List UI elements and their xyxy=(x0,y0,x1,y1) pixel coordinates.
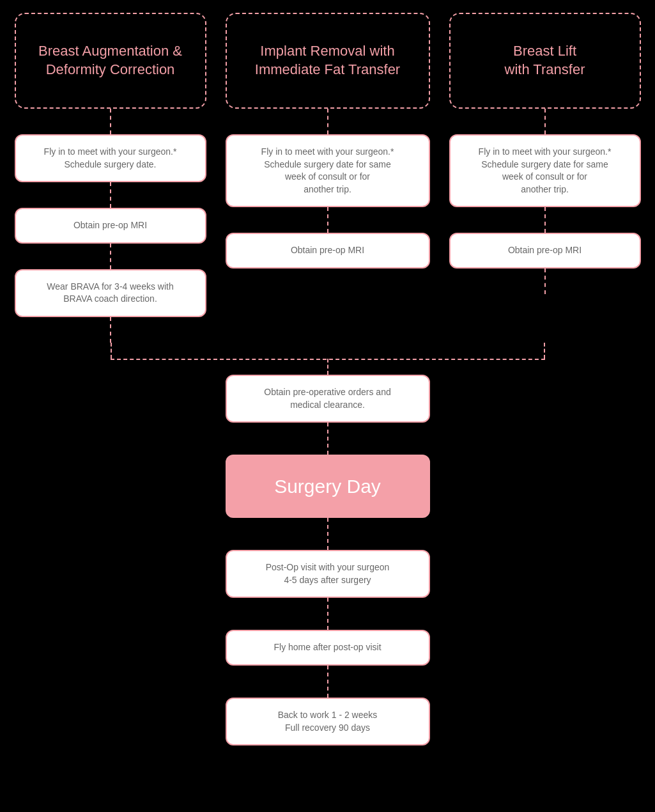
step-c3-2: Obtain pre-op MRI xyxy=(449,233,641,269)
step-c2-2: Obtain pre-op MRI xyxy=(226,233,430,269)
connector-c1-3 xyxy=(110,244,111,269)
connector-c1-4 xyxy=(110,317,111,343)
surgery-day-box: Surgery Day xyxy=(226,455,430,518)
surgery-day-text: Surgery Day xyxy=(274,476,381,497)
v-center-merge xyxy=(327,359,328,375)
step-c1-3: Wear BRAVA for 3-4 weeks with BRAVA coac… xyxy=(15,269,206,317)
connector-c2-2 xyxy=(327,207,328,233)
step-c1-2-text: Obtain pre-op MRI xyxy=(73,220,147,230)
header-row: Breast Augmentation & Deformity Correcti… xyxy=(15,13,641,109)
step-preop-text: Obtain pre-operative orders and medical … xyxy=(264,387,390,410)
merge-connector xyxy=(15,343,641,375)
connector-surgery-postop xyxy=(327,518,328,550)
step-c1-3-text: Wear BRAVA for 3-4 weeks with BRAVA coac… xyxy=(47,281,173,304)
diagram: Breast Augmentation & Deformity Correcti… xyxy=(15,13,641,746)
step-postop-text: Post-Op visit with your surgeon 4-5 days… xyxy=(266,562,390,585)
step-c2-1: Fly in to meet with your surgeon.* Sched… xyxy=(226,134,430,207)
column-2: Implant Removal with Immediate Fat Trans… xyxy=(226,13,430,109)
connector-c1-1 xyxy=(110,109,111,134)
step-c2-2-text: Obtain pre-op MRI xyxy=(291,245,364,255)
header-box-1: Breast Augmentation & Deformity Correcti… xyxy=(15,13,206,109)
step-c2-1-text: Fly in to meet with your surgeon.* Sched… xyxy=(261,146,394,194)
step-recovery: Back to work 1 - 2 weeks Full recovery 9… xyxy=(226,698,430,746)
connector-postop-flyhome xyxy=(327,598,328,630)
step-fly-home: Fly home after post-op visit xyxy=(226,630,430,666)
step-recovery-text: Back to work 1 - 2 weeks Full recovery 9… xyxy=(278,710,378,733)
step-c1-1-text: Fly in to meet with your surgeon.* Sched… xyxy=(44,146,177,169)
connector-c2-1 xyxy=(327,109,328,134)
step-c3-1-text: Fly in to meet with your surgeon.* Sched… xyxy=(479,146,612,194)
header-box-2: Implant Removal with Immediate Fat Trans… xyxy=(226,13,430,109)
col2-steps: Fly in to meet with your surgeon.* Sched… xyxy=(226,109,430,294)
step-fly-home-text: Fly home after post-op visit xyxy=(274,642,381,652)
column-1: Breast Augmentation & Deformity Correcti… xyxy=(15,13,206,109)
three-col-steps: Fly in to meet with your surgeon.* Sched… xyxy=(15,109,641,343)
connector-flyhome-recovery xyxy=(327,666,328,698)
header-label-1: Breast Augmentation & Deformity Correcti… xyxy=(38,42,182,79)
column-3: Breast Lift with Transfer xyxy=(449,13,641,109)
center-flow: Obtain pre-operative orders and medical … xyxy=(226,375,430,746)
header-label-2: Implant Removal with Immediate Fat Trans… xyxy=(255,42,400,79)
connector-c3-3 xyxy=(544,269,546,294)
v-right-merge xyxy=(544,343,545,359)
header-box-3: Breast Lift with Transfer xyxy=(449,13,641,109)
header-label-3: Breast Lift with Transfer xyxy=(505,42,585,79)
col3-steps: Fly in to meet with your surgeon.* Sched… xyxy=(449,109,641,294)
v-left-merge xyxy=(111,343,112,359)
connector-c3-2 xyxy=(544,207,546,233)
col1-steps: Fly in to meet with your surgeon.* Sched… xyxy=(15,109,206,343)
step-c1-1: Fly in to meet with your surgeon.* Sched… xyxy=(15,134,206,182)
step-preop: Obtain pre-operative orders and medical … xyxy=(226,375,430,423)
step-postop: Post-Op visit with your surgeon 4-5 days… xyxy=(226,550,430,598)
step-c3-1: Fly in to meet with your surgeon.* Sched… xyxy=(449,134,641,207)
connector-preop-surgery xyxy=(327,423,328,455)
connector-c1-2 xyxy=(110,182,111,208)
step-c1-2: Obtain pre-op MRI xyxy=(15,208,206,244)
step-c3-2-text: Obtain pre-op MRI xyxy=(508,245,582,255)
connector-c3-1 xyxy=(544,109,546,134)
